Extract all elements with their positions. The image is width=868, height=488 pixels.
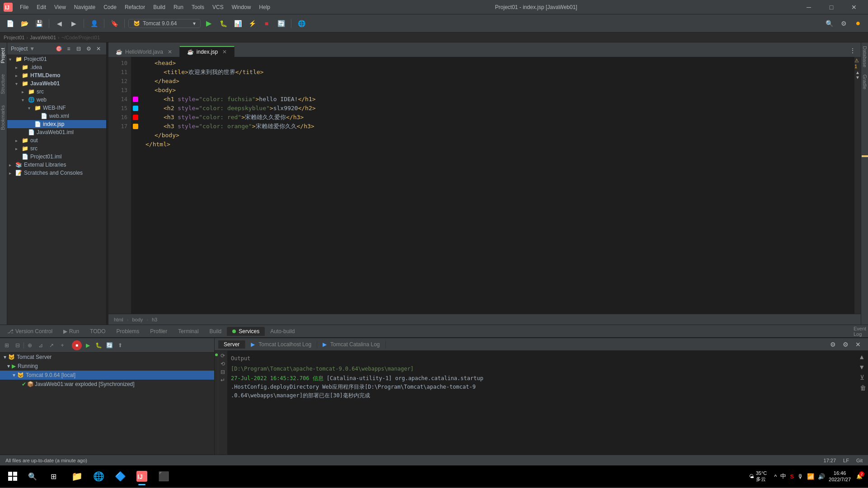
tree-item-javaweb01[interactable]: ▾ 📁 JavaWeb01 [7, 79, 106, 88]
vcs-button[interactable]: 👤 [88, 17, 100, 30]
volume-icon[interactable]: 🔊 [818, 473, 825, 480]
run-button[interactable]: ▶ [202, 17, 215, 30]
system-clock[interactable]: 16:46 2022/7/27 [829, 470, 851, 483]
scroll-end-button[interactable]: ⊻ [860, 373, 866, 382]
back-button[interactable]: ◀ [53, 17, 66, 30]
forward-button[interactable]: ▶ [67, 17, 80, 30]
output-text-area[interactable]: Output [D:\Program\Tomcat\apache-tomcat-… [227, 351, 868, 455]
output-arrow-up[interactable]: ⟳ [221, 353, 225, 359]
bookmark-button[interactable]: 🔖 [108, 17, 121, 30]
sidebar-close-button[interactable]: ✕ [94, 45, 103, 53]
gutter-line-fuchsia[interactable] [131, 95, 140, 104]
out-tab-server[interactable]: Server [218, 340, 245, 349]
color-indicator-deepskyblue[interactable] [133, 106, 138, 111]
taskbar-search-button[interactable]: 🔍 [23, 467, 42, 485]
tab-todo[interactable]: TODO [84, 327, 111, 336]
menu-window[interactable]: Window [228, 3, 255, 11]
start-button[interactable] [4, 467, 22, 485]
taskbar-edge[interactable]: 🌐 [89, 466, 108, 486]
reload-button[interactable]: 🔄 [275, 17, 287, 30]
breadcrumb-html[interactable]: html [114, 317, 123, 322]
menu-tools[interactable]: Tools [188, 3, 208, 11]
close-tab-icon[interactable]: ✕ [222, 49, 227, 55]
tab-helloworldjava[interactable]: ☕ HelloWorld.java ✕ [108, 47, 180, 57]
svc-filter[interactable]: ⊿ [36, 340, 46, 350]
menu-edit[interactable]: Edit [33, 3, 50, 11]
gutter-line-deepskyblue[interactable] [131, 104, 140, 113]
menu-navigate[interactable]: Navigate [70, 3, 99, 11]
breadcrumb-code[interactable]: ~/Code/Project01 [61, 35, 100, 40]
translate-button[interactable]: 🌐 [295, 17, 308, 30]
svc-run[interactable]: ▶ [83, 340, 93, 350]
tree-item-ext-libs[interactable]: ▸ 📚 External Libraries [7, 161, 106, 169]
open-button[interactable]: 📂 [18, 17, 31, 30]
search-everywhere-button[interactable]: 🔍 [823, 17, 835, 30]
breadcrumb-body[interactable]: body [132, 317, 143, 322]
menu-refactor[interactable]: Refactor [121, 3, 149, 11]
tree-item-idea[interactable]: ▸ 📁 .idea [7, 63, 106, 71]
tab-indexjsp[interactable]: ☕ index.jsp ✕ [180, 46, 235, 57]
output-panel-close[interactable]: ✕ [852, 338, 864, 351]
svc-jump[interactable]: ↗ [47, 340, 56, 350]
sidebar-expand-all-button[interactable]: ≡ [65, 45, 73, 53]
taskbar-file-explorer[interactable]: 📁 [67, 466, 87, 486]
out-tab-localhost-log[interactable]: ▶ Tomcat Localhost Log [245, 340, 317, 349]
tab-problems[interactable]: Problems [111, 327, 145, 336]
sidebar-locate-button[interactable]: 🎯 [55, 45, 63, 53]
sidebar-settings-button[interactable]: ⚙ [84, 45, 93, 53]
breadcrumb-module[interactable]: JavaWeb01 [30, 35, 56, 40]
event-log-tab[interactable]: Event Log [854, 325, 866, 338]
breadcrumb-project[interactable]: Project01 [4, 35, 24, 40]
close-tab-icon[interactable]: ✕ [168, 49, 172, 55]
menu-run[interactable]: Run [170, 3, 187, 11]
taskview-button[interactable]: ⊞ [43, 466, 63, 486]
chevron-icon[interactable]: ^ [774, 473, 777, 480]
account-button[interactable]: ● [852, 17, 864, 30]
svc-collapse-all[interactable]: ⊟ [13, 340, 23, 350]
svc-tomcat-local[interactable]: ▾ 🐱 Tomcat 9.0.64 [local] [0, 371, 214, 380]
menu-help[interactable]: Help [255, 3, 274, 11]
warning-up-arrow[interactable]: ▲ [855, 70, 860, 75]
taskbar-terminal[interactable]: ⬛ [154, 466, 174, 486]
new-file-button[interactable]: 📄 [4, 17, 16, 30]
wifi-icon[interactable]: 📶 [807, 473, 814, 480]
tree-item-web[interactable]: ▾ 🌐 web [7, 96, 106, 104]
output-arrow-down[interactable]: ⟲ [221, 361, 225, 367]
gradle-panel-tab[interactable]: Gradle [861, 71, 868, 93]
input-method-icon[interactable]: S [790, 473, 794, 480]
output-wrap[interactable]: ↵ [221, 377, 225, 383]
mic-icon[interactable]: 🎙 [798, 473, 803, 480]
svc-add[interactable]: + [57, 340, 67, 350]
tree-item-project-iml[interactable]: ▸ 📄 Project01.iml [7, 153, 106, 161]
profile-button[interactable]: ⚡ [246, 17, 258, 30]
tree-item-out[interactable]: ▸ 📁 out [7, 136, 106, 144]
svc-redeploy[interactable]: 🔄 [104, 340, 114, 350]
svc-update[interactable]: ⬆ [115, 340, 125, 350]
settings-button[interactable]: ⚙ [837, 17, 850, 30]
warning-down-arrow[interactable]: ▼ [855, 75, 860, 80]
svc-debug[interactable]: 🐛 [94, 340, 103, 350]
scroll-down-button[interactable]: ▼ [860, 363, 866, 372]
tree-item-webxml[interactable]: ▸ 📄 web.xml [7, 112, 106, 120]
taskbar-unknown[interactable]: 🔷 [110, 466, 130, 486]
tab-version-control[interactable]: ⎇ Version Control [2, 327, 58, 336]
tree-item-htmldemo[interactable]: ▸ 📁 HTMLDemo [7, 71, 106, 79]
svc-tomcat-server[interactable]: ▾ 🐱 Tomcat Server [0, 353, 214, 362]
status-encoding[interactable]: LF [843, 458, 849, 463]
stop-button[interactable]: ■ [260, 17, 273, 30]
structure-panel-tab[interactable]: Structure [0, 69, 7, 100]
database-panel-tab[interactable]: Database [861, 42, 868, 71]
maximize-button[interactable]: □ [821, 1, 842, 14]
menu-vcs[interactable]: VCS [209, 3, 227, 11]
tree-item-src[interactable]: ▸ 📁 src [7, 88, 106, 96]
code-editor[interactable]: <head> <title>欢迎来到我的世界</title> </head> <… [140, 57, 861, 314]
svc-expand-all[interactable]: ⊞ [2, 340, 12, 350]
tree-item-indexjsp[interactable]: ▸ 📄 index.jsp [7, 120, 106, 128]
color-indicator-orange[interactable] [133, 124, 138, 129]
project-panel-tab[interactable]: Project [0, 42, 7, 69]
out-tab-catalina-log[interactable]: ▶ Tomcat Catalina Log [317, 340, 385, 349]
menu-code[interactable]: Code [100, 3, 120, 11]
color-indicator-fuchsia[interactable] [133, 97, 138, 102]
tab-autobuild[interactable]: Auto-build [265, 327, 300, 336]
menu-file[interactable]: File [16, 3, 32, 11]
